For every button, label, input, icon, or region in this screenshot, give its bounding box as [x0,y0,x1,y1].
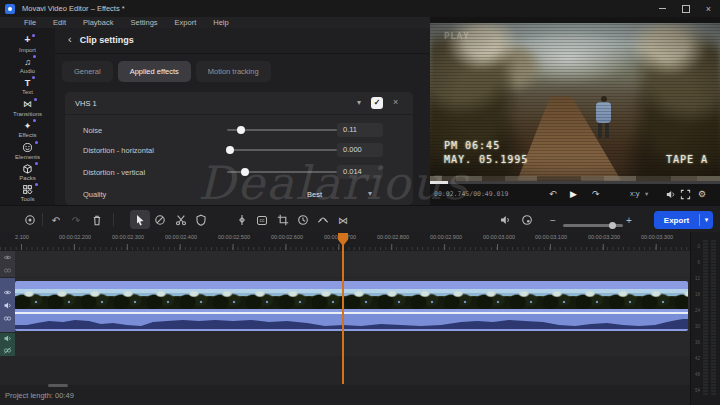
disable-clip-icon[interactable] [153,213,167,227]
toolbar-separator [113,213,114,226]
eye-icon[interactable] [3,288,12,297]
chevron-down-icon[interactable]: ▾ [645,187,648,201]
speaker-icon[interactable] [3,301,12,310]
aspect-ratio-button[interactable]: x:y [630,187,640,201]
tab-applied-effects[interactable]: Applied effects [118,61,191,82]
distortion-horizontal-slider[interactable] [227,149,337,151]
effect-enabled-checkbox[interactable]: ✓ [371,97,383,109]
play-button[interactable]: ▶ [570,187,577,201]
zoom-in-icon[interactable]: + [622,213,636,227]
animation-curve-icon[interactable] [316,213,330,227]
param-value[interactable]: 0.11 [337,123,383,137]
select-tool-button[interactable] [130,210,150,229]
track-lane[interactable] [15,251,690,277]
sidebar-item-transitions[interactable]: ⋈ Transitions [0,97,55,118]
color-adjust-icon[interactable] [520,213,534,227]
shield-icon[interactable] [194,213,208,227]
track-row-overlay [0,251,690,277]
chevron-down-icon[interactable]: ▾ [368,189,372,198]
menu-playback[interactable]: Playback [83,18,113,27]
remove-effect-icon[interactable]: × [393,97,398,107]
notification-dot [34,98,37,101]
fullscreen-icon[interactable] [680,189,691,200]
zoom-out-icon[interactable]: − [546,213,560,227]
effect-name: VHS 1 [75,99,97,108]
slider-thumb[interactable] [237,126,245,134]
slider-thumb[interactable] [241,168,249,176]
track-lane[interactable] [15,278,690,332]
transition-bowtie-icon[interactable]: ⋈ [336,213,350,227]
timeline-zoom-slider[interactable] [563,224,623,227]
captions-icon[interactable]: cc [255,213,269,227]
audio-mixer-icon[interactable] [498,213,512,227]
track-lane[interactable] [15,333,690,356]
crop-icon[interactable] [276,213,290,227]
redo-icon[interactable]: ↷ [69,213,83,227]
link-icon[interactable] [3,314,12,323]
param-row-quality: Quality Best ▾ [65,186,413,202]
notification-dot [33,55,36,58]
menu-edit[interactable]: Edit [53,18,66,27]
toolbar-separator [42,213,43,226]
quality-dropdown[interactable]: Best [307,190,322,199]
sidebar-item-tools[interactable]: Tools [0,183,55,204]
delete-trash-icon[interactable] [90,213,104,227]
horizontal-scrollbar-thumb[interactable] [48,384,68,387]
sidebar-item-audio[interactable]: ♫ Audio [0,54,55,75]
video-clip[interactable] [15,281,688,331]
ruler-timestamp: 2.100 [15,234,29,240]
sidebar-item-effects[interactable]: ✦ Effects [0,119,55,140]
sidebar-item-label: Import [19,47,36,53]
playhead-line[interactable] [342,245,344,384]
sidebar-item-text[interactable]: T Text [0,76,55,97]
export-label: Export [654,216,699,225]
track-header-overlay [0,251,15,277]
sidebar-item-label: Tools [20,196,34,202]
sidebar-item-elements[interactable]: Elements [0,140,55,161]
slider-thumb[interactable] [226,146,234,154]
notification-dot [33,119,36,122]
sidebar-item-import[interactable]: + Import [0,33,55,54]
next-frame-button[interactable]: ↷ [592,187,600,201]
param-value[interactable]: 0.000 [337,143,383,157]
tab-general[interactable]: General [62,61,113,82]
menu-help[interactable]: Help [213,18,228,27]
chevron-down-icon[interactable]: ▾ [700,216,713,224]
record-icon[interactable] [23,213,37,227]
ruler-timestamp: 00:00:02.900 [430,234,462,240]
maximize-button[interactable] [674,0,697,17]
distortion-vertical-slider[interactable] [227,171,337,173]
clip-bottom-bar [15,329,688,331]
eye-icon[interactable] [3,253,12,262]
menu-settings[interactable]: Settings [130,18,157,27]
link-icon[interactable] [3,266,12,275]
minimize-button[interactable] [651,0,674,17]
sidebar-item-packs[interactable]: Packs [0,161,55,182]
menu-file[interactable]: File [24,18,36,27]
ruler-timestamp: 00:00:03.000 [483,234,515,240]
meter-tick: 0 [691,244,700,249]
vhs-date-overlay: MAY. 05.1995 [444,154,528,165]
zoom-slider-thumb[interactable] [609,222,616,229]
link-off-icon[interactable] [3,346,12,355]
chevron-down-icon[interactable]: ▾ [357,98,361,107]
split-scissors-icon[interactable] [174,213,188,227]
export-button[interactable]: Export ▾ [654,211,713,229]
volume-icon[interactable] [665,189,676,200]
preview-settings-gear-icon[interactable]: ⚙ [698,187,706,201]
tab-motion-tracking[interactable]: Motion tracking [196,61,271,82]
speaker-icon[interactable] [3,334,12,343]
back-chevron-icon[interactable]: ‹ [68,34,72,45]
sidebar-item-label: Transitions [13,111,42,117]
clip-speed-clock-icon[interactable] [296,213,310,227]
marker-icon[interactable] [235,213,249,227]
param-value[interactable]: 0.014 [337,165,383,179]
undo-icon[interactable]: ↶ [49,213,63,227]
previous-frame-button[interactable]: ↶ [549,187,557,201]
menu-export[interactable]: Export [175,18,197,27]
noise-slider[interactable] [227,129,337,131]
track-row-video [0,278,690,332]
ruler-timestamp: 00:00:03.200 [588,234,620,240]
track-header-audio [0,333,15,356]
close-button[interactable]: × [697,0,720,17]
